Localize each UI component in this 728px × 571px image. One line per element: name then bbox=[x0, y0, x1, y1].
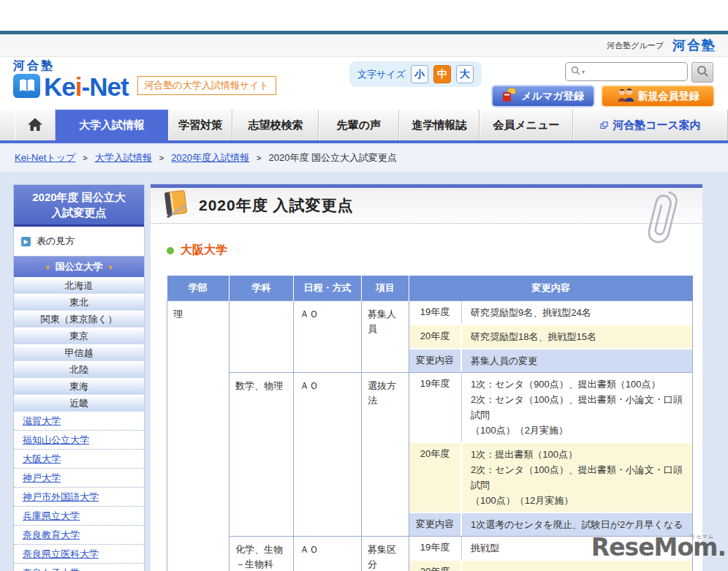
col-header-item: 項目 bbox=[362, 276, 409, 301]
kawaijuku-group-link[interactable]: 河合塾グループ bbox=[607, 40, 664, 51]
cell-changes: 19年度 1次：センタ（900点）、提出書類（100点） 2次：センタ（100点… bbox=[409, 373, 693, 537]
table-row: 理 ＡＯ 募集人員 19年度 研究奨励型9名、挑戦型24名 20年度 研究奨励型… bbox=[167, 301, 693, 373]
page-title-bar: 2020年度 入試変更点 bbox=[151, 188, 702, 224]
search-field[interactable]: ▾ bbox=[565, 62, 688, 81]
page-title: 2020年度 入試変更点 bbox=[199, 195, 354, 216]
nav-tab-senpai-voice[interactable]: 先輩の声 bbox=[319, 110, 399, 140]
external-link-icon bbox=[600, 119, 608, 132]
people-icon bbox=[617, 88, 634, 105]
change-row-year19: 19年度 研究奨励型9名、挑戦型24名 bbox=[409, 301, 692, 325]
content-area: 2020年度 国公立大 入試変更点 ▶ 表の見方 ▼国公立大学▼ 北海道 東北 … bbox=[0, 172, 728, 571]
sidebar-region-hokkaido[interactable]: 北海道 bbox=[14, 277, 144, 294]
site-tagline: 河合塾の大学入試情報サイト bbox=[137, 76, 276, 95]
sidebar-title: 2020年度 国公立大 入試変更点 bbox=[14, 185, 144, 227]
sidebar-university-link[interactable]: 滋賀大学 bbox=[14, 412, 144, 431]
sidebar-region-koshinetsu[interactable]: 甲信越 bbox=[14, 344, 144, 361]
cell-schedule: ＡＯ bbox=[294, 301, 362, 373]
mailmag-register-button[interactable]: メルマガ登録 bbox=[491, 85, 595, 107]
cell-department: 化学、生物－生物科学・生命理学 bbox=[230, 537, 294, 571]
table-header-row: 学部 学科 日程・方式 項目 変更内容 bbox=[167, 276, 693, 301]
sidebar-region-tokyo[interactable]: 東京 bbox=[14, 328, 144, 344]
notebook-icon bbox=[159, 189, 192, 222]
resemom-watermark: リセマム ReseMom. bbox=[591, 533, 726, 561]
main-panel: 2020年度 入試変更点 大阪大学 学部 学科 日程・方式 bbox=[151, 184, 702, 571]
top-whitespace bbox=[0, 0, 728, 31]
font-size-label: 文字サイズ bbox=[357, 68, 406, 81]
search-icon bbox=[570, 65, 581, 79]
breadcrumb-link-2020-info[interactable]: 2020年度入試情報 bbox=[171, 151, 249, 165]
search-input[interactable] bbox=[585, 67, 687, 77]
main-navigation: 大学入試情報 学習対策 志望校検索 先輩の声 進学情報誌 会員メニュー 河合塾コ… bbox=[0, 110, 728, 143]
mailbox-icon bbox=[502, 88, 517, 105]
search-button-icon bbox=[696, 64, 709, 80]
bullet-ring-icon bbox=[167, 247, 174, 254]
register-label: 新規会員登録 bbox=[638, 90, 699, 103]
site-logo[interactable]: 河合塾 Kei-Net 河合塾の大学入試情報サイト bbox=[13, 58, 276, 98]
arrow-right-icon: ▶ bbox=[21, 237, 31, 246]
chevron-down-icon: ▼ bbox=[107, 264, 114, 271]
sidebar-region-kinki[interactable]: 近畿 bbox=[14, 395, 144, 412]
sidebar-item-view-guide[interactable]: ▶ 表の見方 bbox=[14, 227, 144, 256]
font-size-control: 文字サイズ 小 中 大 bbox=[349, 61, 482, 87]
paperclip-icon bbox=[644, 188, 682, 249]
font-size-medium-button[interactable]: 中 bbox=[433, 65, 451, 83]
breadcrumb-link-exam-info[interactable]: 大学入試情報 bbox=[95, 151, 152, 165]
home-icon bbox=[27, 117, 43, 134]
book-icon bbox=[13, 74, 40, 98]
font-size-small-button[interactable]: 小 bbox=[411, 65, 428, 83]
sidebar-region-tokai[interactable]: 東海 bbox=[14, 378, 144, 395]
sidebar-university-link[interactable]: 福知山公立大学 bbox=[14, 431, 144, 450]
breadcrumb-link-top[interactable]: Kei-Netトップ bbox=[15, 151, 75, 165]
breadcrumb-separator: > bbox=[83, 154, 87, 162]
breadcrumb-separator: > bbox=[257, 154, 261, 162]
cell-item: 募集人員 bbox=[362, 301, 409, 373]
new-member-register-button[interactable]: 新規会員登録 bbox=[601, 85, 715, 107]
watermark-ruby: リセマム bbox=[690, 533, 714, 540]
nav-tab-study[interactable]: 学習対策 bbox=[168, 110, 232, 140]
cell-schedule: ＡＯ bbox=[294, 373, 362, 537]
sidebar-university-link[interactable]: 大阪大学 bbox=[14, 450, 144, 469]
col-header-schedule: 日程・方式 bbox=[294, 276, 362, 301]
breadcrumb-current: 2020年度 国公立大入試変更点 bbox=[269, 151, 398, 165]
col-header-department: 学科 bbox=[230, 276, 294, 301]
font-size-large-button[interactable]: 大 bbox=[456, 65, 474, 83]
chevron-down-icon: ▼ bbox=[45, 264, 51, 271]
header-buttons: メルマガ登録 新規会員登録 bbox=[491, 85, 715, 107]
change-row-year20: 20年度 1次：提出書類（100点） 2次：センタ（100点）、提出書類・小論文… bbox=[409, 443, 692, 513]
nav-tab-home[interactable] bbox=[15, 110, 56, 140]
change-row-summary: 変更内容 募集人員の変更 bbox=[409, 349, 692, 372]
search-button[interactable] bbox=[691, 62, 713, 83]
logo-row: Kei-Net 河合塾の大学入試情報サイト bbox=[13, 74, 276, 98]
mailmag-label: メルマガ登録 bbox=[521, 90, 583, 103]
nav-tab-exam-info[interactable]: 大学入試情報 bbox=[56, 110, 168, 140]
sidebar-dropdown-national-universities[interactable]: ▼国公立大学▼ bbox=[14, 256, 144, 277]
cell-item: 選抜方法 bbox=[362, 373, 409, 537]
sidebar: 2020年度 国公立大 入試変更点 ▶ 表の見方 ▼国公立大学▼ 北海道 東北 … bbox=[13, 184, 145, 571]
cell-schedule: ＡＯ bbox=[294, 537, 362, 571]
sidebar-university-link[interactable]: 神戸大学 bbox=[14, 469, 144, 488]
sidebar-region-hokuriku[interactable]: 北陸 bbox=[14, 361, 144, 378]
page: 河合塾グループ 河合塾 河合塾 Kei-Net 河合塾の大学入試情報サイト 文字… bbox=[0, 0, 728, 571]
change-row-year19: 19年度 1次：センタ（900点）、提出書類（100点） 2次：センタ（100点… bbox=[409, 373, 692, 443]
nav-tab-school-search[interactable]: 志望校検索 bbox=[232, 110, 319, 140]
kawaijuku-brand-link[interactable]: 河合塾 bbox=[672, 37, 716, 54]
cell-department bbox=[230, 301, 294, 373]
sidebar-university-link[interactable]: 神戸市外国語大学 bbox=[14, 488, 144, 507]
search-caret-icon: ▾ bbox=[582, 69, 585, 75]
nav-tab-course-guide[interactable]: 河合塾コース案内 bbox=[573, 110, 728, 140]
sidebar-university-link[interactable]: 兵庫県立大学 bbox=[14, 507, 144, 526]
university-section-header: 大阪大学 bbox=[167, 243, 702, 258]
university-name: 大阪大学 bbox=[181, 243, 227, 258]
sidebar-university-link[interactable]: 奈良女子大学 bbox=[14, 564, 144, 571]
col-header-faculty: 学部 bbox=[167, 276, 230, 301]
sidebar-university-link[interactable]: 奈良県立医科大学 bbox=[14, 545, 144, 564]
sidebar-region-kanto[interactable]: 関東（東京除く） bbox=[14, 311, 144, 328]
nav-tab-magazine[interactable]: 進学情報誌 bbox=[399, 110, 479, 140]
nav-tab-member-menu[interactable]: 会員メニュー bbox=[479, 110, 573, 140]
sidebar-region-tohoku[interactable]: 東北 bbox=[14, 294, 144, 311]
cell-changes: 19年度 研究奨励型9名、挑戦型24名 20年度 研究奨励型18名、挑戦型15名… bbox=[409, 301, 693, 373]
change-row-year20: 20年度 研究奨励型18名、挑戦型15名 bbox=[409, 325, 692, 349]
sidebar-university-link[interactable]: 奈良教育大学 bbox=[14, 526, 144, 545]
utility-bar: 河合塾グループ 河合塾 bbox=[0, 34, 728, 57]
col-header-changes: 変更内容 bbox=[409, 276, 693, 301]
